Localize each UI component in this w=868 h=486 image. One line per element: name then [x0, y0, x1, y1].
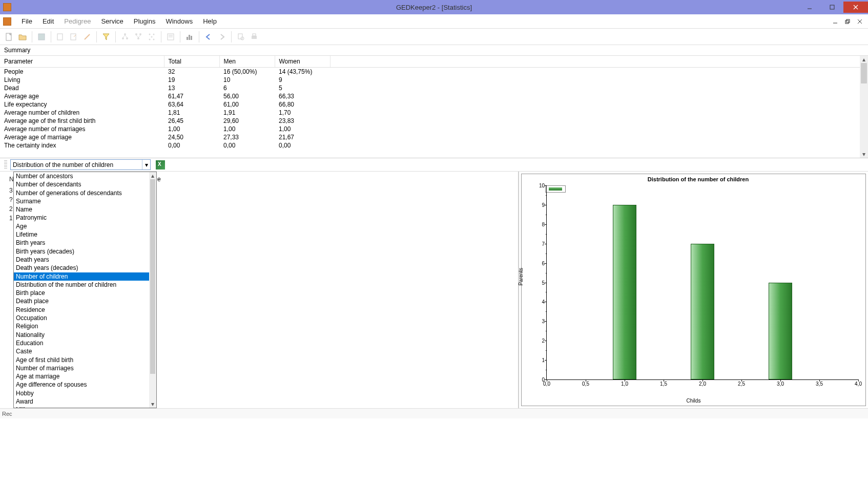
- dropdown-option[interactable]: Death years: [14, 256, 156, 264]
- tree3-icon[interactable]: [146, 31, 158, 43]
- preview-icon[interactable]: [235, 31, 247, 43]
- minimize-button[interactable]: [798, 2, 821, 13]
- dropdown-option[interactable]: Occupation: [14, 314, 156, 322]
- col-total[interactable]: Total: [164, 56, 219, 68]
- mdi-minimize-button[interactable]: [831, 17, 839, 26]
- menu-file[interactable]: File: [16, 15, 37, 27]
- back-icon[interactable]: [202, 31, 215, 43]
- x-tick-mark: [819, 379, 820, 382]
- dropdown-option[interactable]: Birth years: [14, 239, 156, 247]
- dropdown-option[interactable]: Education: [14, 339, 156, 347]
- tree1-icon[interactable]: [119, 31, 131, 43]
- open-file-icon[interactable]: [16, 31, 29, 43]
- y-tick-mark: [545, 263, 547, 264]
- table-cell: 23,83: [275, 117, 330, 125]
- menu-windows[interactable]: Windows: [160, 15, 198, 27]
- menu-plugins[interactable]: Plugins: [129, 15, 161, 27]
- table-cell: 0,00: [275, 141, 330, 150]
- dropdown-option[interactable]: Award: [14, 397, 156, 406]
- filter-icon[interactable]: [100, 31, 112, 43]
- table-row[interactable]: People3216 (50,00%)14 (43,75%): [0, 68, 868, 76]
- dropdown-option[interactable]: Name: [14, 205, 156, 214]
- menu-edit[interactable]: Edit: [37, 15, 59, 27]
- edit2-icon[interactable]: [68, 31, 80, 43]
- table-row[interactable]: Average number of marriages1,001,001,00: [0, 125, 868, 133]
- dropdown-option[interactable]: Birth place: [14, 289, 156, 297]
- table-cell: People: [0, 68, 164, 76]
- dropdown-option[interactable]: Number of generations of descendants: [14, 189, 156, 197]
- stats-icon[interactable]: [183, 31, 196, 43]
- mdi-restore-button[interactable]: [843, 17, 852, 26]
- grip-icon[interactable]: [4, 160, 7, 170]
- table-cell: Dead: [0, 84, 164, 92]
- table-row[interactable]: Living19109: [0, 76, 868, 84]
- report-icon[interactable]: [164, 31, 177, 43]
- col-men[interactable]: Men: [219, 56, 275, 68]
- dropdown-option[interactable]: Number of descendants: [14, 180, 156, 188]
- svg-rect-6: [846, 19, 850, 23]
- dropdown-option[interactable]: Surname: [14, 197, 156, 205]
- table-cell: 61,47: [164, 92, 219, 100]
- table-row[interactable]: Average age of the first child birth26,4…: [0, 117, 868, 125]
- dropdown-option[interactable]: Number of ancestors: [14, 172, 156, 180]
- dropdown-option[interactable]: Age at marriage: [14, 372, 156, 381]
- print-icon[interactable]: [248, 31, 260, 43]
- scroll-down-icon[interactable]: ▾: [149, 400, 156, 408]
- table-row[interactable]: Average age61,4756,0066,33: [0, 92, 868, 100]
- dropdown-option[interactable]: Patronymic: [14, 214, 156, 222]
- col-parameter[interactable]: Parameter: [0, 56, 164, 68]
- y-minor-tick: [546, 195, 547, 196]
- dropdown-option[interactable]: Death place: [14, 297, 156, 305]
- dropdown-option[interactable]: Lifetime: [14, 230, 156, 239]
- edit3-icon[interactable]: [81, 31, 93, 43]
- menu-service[interactable]: Service: [96, 15, 128, 27]
- edit-icon[interactable]: [54, 31, 67, 43]
- chevron-down-icon[interactable]: ▾: [142, 160, 150, 170]
- save-icon[interactable]: [35, 31, 48, 43]
- dropdown-option[interactable]: Age of first child birth: [14, 356, 156, 364]
- dropdown-scroll-thumb[interactable]: [150, 179, 155, 374]
- dropdown-option[interactable]: Distribution of the number of children: [14, 281, 156, 289]
- table-row[interactable]: Dead1365: [0, 84, 868, 92]
- mdi-close-button[interactable]: [856, 17, 864, 26]
- scroll-up-icon[interactable]: ▴: [149, 172, 156, 179]
- dropdown-option[interactable]: Nationality: [14, 331, 156, 339]
- col-women[interactable]: Women: [275, 56, 330, 68]
- dropdown-option[interactable]: Birth years (decades): [14, 247, 156, 256]
- dropdown-option[interactable]: Religion: [14, 322, 156, 330]
- dropdown-option[interactable]: Death years (decades): [14, 264, 156, 272]
- table-row[interactable]: Average age of marriage24,5027,3321,67: [0, 133, 868, 141]
- separator: [51, 31, 51, 43]
- scroll-down-icon[interactable]: ▾: [860, 151, 868, 158]
- table-row[interactable]: The certainty index0,000,000,00: [0, 141, 868, 150]
- scroll-up-icon[interactable]: ▴: [860, 56, 868, 63]
- dropdown-option[interactable]: Number of marriages: [14, 364, 156, 372]
- vertical-scrollbar[interactable]: ▴ ▾: [860, 56, 868, 158]
- y-tick-mark: [545, 341, 547, 341]
- dropdown-option[interactable]: Age: [14, 222, 156, 230]
- table-row[interactable]: Average number of children1,811,911,70: [0, 109, 868, 117]
- dropdown-option[interactable]: Mili: [14, 406, 156, 408]
- distribution-dropdown-list[interactable]: Number of ancestorsNumber of descendants…: [13, 172, 157, 408]
- close-button[interactable]: [843, 2, 868, 13]
- new-file-icon[interactable]: [3, 31, 15, 43]
- table-row[interactable]: Life expectancy63,6461,0066,80: [0, 100, 868, 109]
- scroll-thumb[interactable]: [861, 63, 867, 83]
- forward-icon[interactable]: [216, 31, 228, 43]
- x-tick-label: 3,5: [816, 381, 823, 387]
- menu-pedigree[interactable]: Pedigree: [59, 15, 96, 27]
- dropdown-option[interactable]: Number of children: [14, 272, 156, 281]
- dropdown-option[interactable]: Caste: [14, 347, 156, 355]
- maximize-button[interactable]: [821, 2, 843, 13]
- dropdown-scrollbar[interactable]: ▴ ▾: [149, 172, 156, 408]
- svg-point-28: [153, 33, 155, 35]
- distribution-combo[interactable]: Distribution of the number of children ▾: [10, 159, 151, 170]
- dropdown-option[interactable]: Residence: [14, 306, 156, 314]
- tree2-icon[interactable]: [132, 31, 144, 43]
- x-tick-mark: [780, 379, 781, 382]
- dropdown-option[interactable]: Hobby: [14, 389, 156, 397]
- chart-bar: [769, 283, 792, 380]
- dropdown-option[interactable]: Age difference of spouses: [14, 381, 156, 389]
- export-excel-icon[interactable]: [156, 160, 165, 170]
- menu-help[interactable]: Help: [198, 15, 222, 27]
